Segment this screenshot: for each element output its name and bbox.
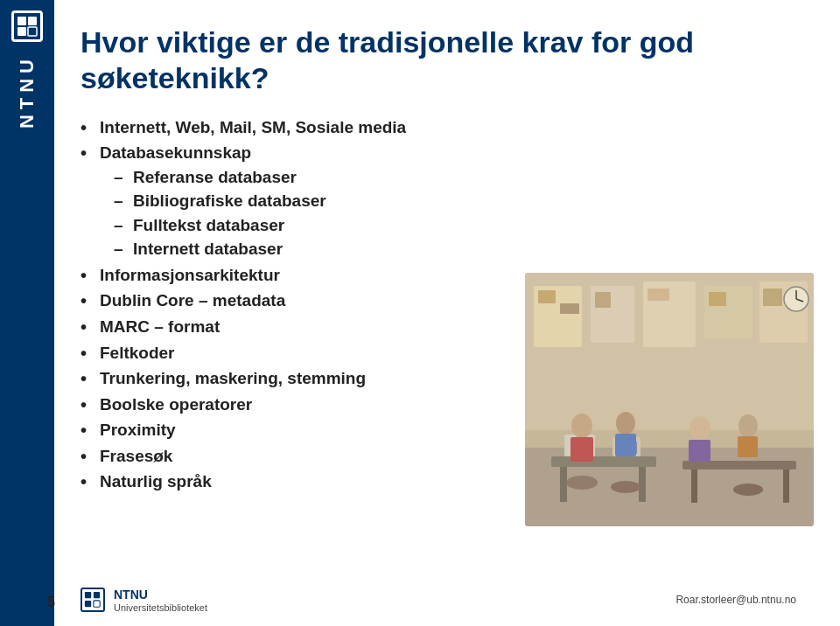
sidebar-logo: NTNU [11,10,43,129]
svg-rect-0 [18,17,26,25]
list-item: Internett, Web, Mail, SM, Sosiale media [80,115,508,140]
footer-left: NTNU Universitetsbiblioteket [80,587,207,613]
svg-rect-42 [525,273,814,526]
library-photo-svg [525,273,814,526]
svg-rect-45 [85,601,91,607]
list-item: Feltkoder [80,341,508,365]
slide-content: Hvor viktige er de tradisjonelle krav fo… [54,0,840,626]
list-item: Proximity [80,418,508,442]
sidebar-logo-box [11,10,43,42]
svg-rect-2 [18,27,26,36]
svg-rect-43 [85,592,91,598]
bullet-section: Internett, Web, Mail, SM, Sosiale media … [80,115,508,626]
sub-list-item: Bibliografiske databaser [114,189,508,213]
footer-logo-box [80,588,105,612]
list-item: Dublin Core – metadata [80,289,508,313]
content-area: Internett, Web, Mail, SM, Sosiale media … [80,115,814,626]
svg-rect-46 [94,601,100,607]
list-item: Boolske operatorer [80,393,508,417]
svg-rect-1 [28,17,37,25]
sidebar: NTNU [0,0,54,626]
svg-rect-44 [94,592,100,598]
sub-bullet-list: Referanse databaser Bibliografiske datab… [114,165,508,261]
sub-list-item: Internett databaser [114,237,508,261]
list-item: Naturlig språk [80,470,508,494]
footer-university-sub: Universitetsbiblioteket [114,602,207,613]
list-item: MARC – format [80,315,508,339]
footer-institution: NTNU Universitetsbiblioteket [114,587,207,613]
footer-university-name: NTNU [114,588,148,602]
ntnu-logo-icon [16,15,38,38]
list-item: Trunkering, maskering, stemming [80,366,508,391]
list-item: Frasesøk [80,444,508,469]
library-photo [525,273,814,526]
main-bullet-list: Internett, Web, Mail, SM, Sosiale media … [80,115,508,494]
footer-ntnu-logo-icon [84,591,102,609]
sidebar-brand-text: NTNU [16,54,38,129]
slide-number: 5 [47,595,55,610]
sub-list-item: Fulltekst databaser [114,213,508,238]
slide-title: Hvor viktige er de tradisjonelle krav fo… [80,24,814,96]
sub-list-item: Referanse databaser [114,165,508,190]
svg-rect-3 [28,27,37,36]
footer: 5 NTNU Universitetsbiblioteket Roar.stor… [80,574,814,626]
list-item: Databasekunnskap Referanse databaser Bib… [80,141,508,261]
list-item: Informasjonsarkitektur [80,263,508,288]
footer-email: Roar.storleer@ub.ntnu.no [676,594,796,606]
